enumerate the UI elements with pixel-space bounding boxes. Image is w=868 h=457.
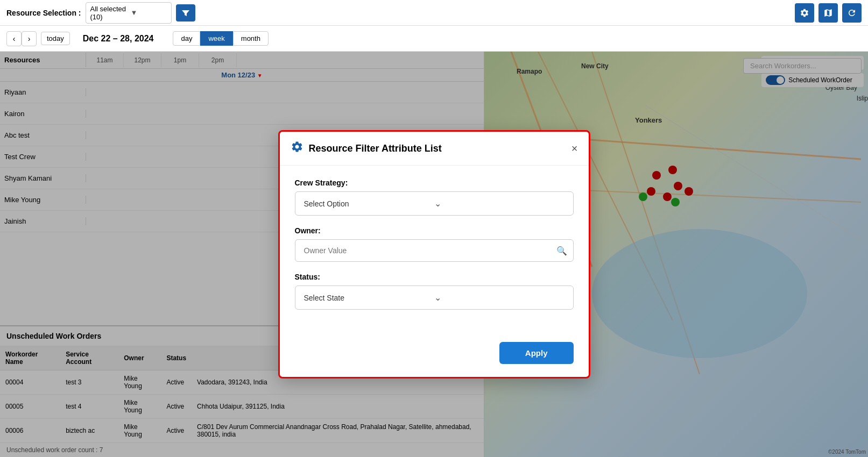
- resource-selection-label: Resource Selection :: [6, 9, 81, 17]
- owner-search-icon: 🔍: [556, 246, 567, 256]
- view-buttons: day week month: [173, 31, 268, 46]
- owner-label: Owner:: [295, 226, 574, 235]
- chevron-down-icon: ⌄: [434, 292, 564, 303]
- map-icon: [823, 8, 833, 18]
- modal-footer: Apply: [280, 333, 589, 377]
- modal-header: Resource Filter Attribute List ×: [280, 132, 589, 166]
- map-button[interactable]: [818, 3, 838, 23]
- modal-body: Crew Strategy: Select Option ⌄ Owner: 🔍: [280, 166, 589, 333]
- modal-gear-icon: [291, 140, 304, 156]
- next-button[interactable]: ›: [22, 31, 37, 46]
- modal-title: Resource Filter Attribute List: [309, 143, 442, 154]
- resource-filter-modal: Resource Filter Attribute List × Crew St…: [278, 130, 590, 379]
- settings-button[interactable]: [795, 3, 814, 23]
- calendar-nav: ‹ › today Dec 22 – 28, 2024 day week mon…: [0, 26, 868, 52]
- dropdown-arrow-icon: ▼: [131, 9, 167, 17]
- owner-input-wrap: 🔍: [295, 239, 574, 262]
- modal-overlay: Resource Filter Attribute List × Crew St…: [0, 52, 868, 457]
- prev-button[interactable]: ‹: [6, 31, 22, 46]
- today-button[interactable]: today: [41, 32, 70, 45]
- day-view-button[interactable]: day: [173, 31, 200, 46]
- owner-group: Owner: 🔍: [295, 226, 574, 262]
- status-label: Status:: [295, 273, 574, 281]
- crew-strategy-select[interactable]: Select Option ⌄: [295, 191, 574, 216]
- filter-button[interactable]: [176, 4, 195, 22]
- chevron-down-icon: ⌄: [434, 198, 564, 209]
- status-placeholder: Select State: [304, 294, 434, 302]
- gear-icon: [800, 8, 809, 18]
- week-view-button[interactable]: week: [200, 31, 232, 46]
- status-group: Status: Select State ⌄: [295, 273, 574, 310]
- date-range: Dec 22 – 28, 2024: [83, 34, 154, 44]
- modal-close-button[interactable]: ×: [571, 142, 578, 155]
- refresh-icon: [847, 8, 857, 18]
- status-select[interactable]: Select State ⌄: [295, 285, 574, 310]
- crew-strategy-group: Crew Strategy: Select Option ⌄: [295, 178, 574, 216]
- month-view-button[interactable]: month: [233, 31, 269, 46]
- top-bar: Resource Selection : All selected (10) ▼: [0, 0, 868, 26]
- top-right-actions: [795, 3, 862, 23]
- crew-strategy-label: Crew Strategy:: [295, 178, 574, 187]
- refresh-button[interactable]: [842, 3, 862, 23]
- crew-strategy-placeholder: Select Option: [304, 199, 434, 208]
- resource-dropdown[interactable]: All selected (10) ▼: [86, 2, 172, 24]
- filter-icon: [181, 9, 190, 17]
- owner-input[interactable]: [295, 239, 574, 262]
- apply-button[interactable]: Apply: [499, 342, 574, 364]
